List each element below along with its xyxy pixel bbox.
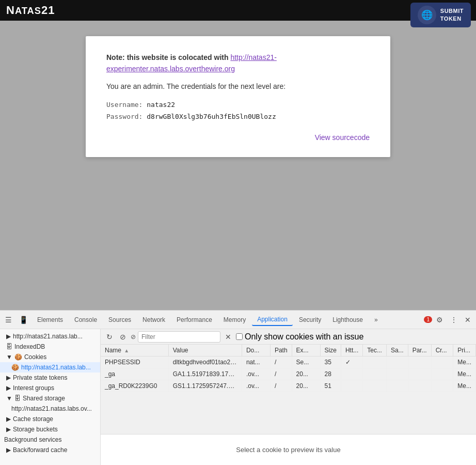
cell-cross — [431, 368, 453, 380]
cell-secure — [363, 357, 387, 368]
col-header-secure[interactable]: Tec... — [363, 345, 387, 357]
devtools-device-icon[interactable]: 📱 — [16, 314, 31, 326]
cell-partition — [408, 357, 431, 368]
credentials-block: Username: natas22 Password: d8rwGBl0Xslg… — [106, 99, 370, 123]
col-header-cross[interactable]: Cr... — [431, 345, 453, 357]
cell-samesite — [386, 357, 408, 368]
cell-value: GA1.1.51971839.1725957248 — [168, 368, 242, 380]
cell-secure — [363, 368, 387, 380]
cell-expires: 20... — [292, 380, 320, 392]
cookies-table: Name ▲ Value Do... Path Ex... Size Htt..… — [101, 345, 476, 392]
cell-cross — [431, 380, 453, 392]
devtools-inspect-icon[interactable]: ☰ — [2, 314, 15, 326]
sidebar-item-cookies-url[interactable]: 🍪 http://natas21.natas.lab... — [0, 362, 100, 373]
top-bar: NATAS21 🌐 Submit Token — [0, 0, 476, 21]
sidebar-section-background: Background services — [0, 435, 100, 445]
tab-network[interactable]: Network — [137, 314, 170, 326]
devtools-settings-icon[interactable]: ⚙ — [433, 314, 446, 326]
cookies-refresh-btn[interactable]: ↻ — [104, 332, 115, 342]
content-card: Note: this website is colocated with htt… — [86, 36, 390, 157]
cookies-toolbar: ↻ ⊘ ⊘ ✕ Only show cookies with an issue — [101, 329, 476, 345]
tab-performance[interactable]: Performance — [171, 314, 217, 326]
filter-input[interactable] — [138, 331, 220, 343]
admin-text: You are an admin. The credentials for th… — [106, 82, 370, 90]
cell-domain: nat... — [242, 357, 270, 368]
show-issue-label: Only show cookies with an issue — [245, 332, 363, 342]
sidebar-item-indexeddb[interactable]: 🗄 IndexedDB — [0, 342, 100, 352]
password-value: d8rwGBl0Xslg3b76uh3fEbSln0UBlozz — [147, 113, 276, 120]
sidebar-item-shared-storage[interactable]: ▼ 🗄 Shared storage — [0, 393, 100, 404]
cell-partition — [408, 368, 431, 380]
submit-token-button[interactable]: 🌐 Submit Token — [410, 3, 471, 27]
sidebar-private-icon: ▶ — [6, 374, 11, 381]
tab-elements[interactable]: Elements — [32, 314, 68, 326]
cell-size: 51 — [320, 380, 341, 392]
col-header-size[interactable]: Size — [320, 345, 341, 357]
sidebar-item-root[interactable]: ▶ http://natas21.natas.lab... — [0, 331, 100, 342]
username-label: Username: — [106, 101, 142, 109]
sidebar-item-interest-groups[interactable]: ▶ Interest groups — [0, 383, 100, 393]
cell-partition — [408, 380, 431, 392]
error-badge: 1 — [424, 316, 432, 323]
col-header-path[interactable]: Path — [270, 345, 292, 357]
cell-priority: Me... — [453, 380, 476, 392]
col-header-priority[interactable]: Pri... — [453, 345, 476, 357]
col-header-http[interactable]: Htt... — [341, 345, 362, 357]
cell-name: _ga_RD0K2239G0 — [101, 380, 168, 392]
sidebar-item-shared-url[interactable]: http://natas21.natas.labs.ov... — [0, 404, 100, 414]
sidebar-item-cookies[interactable]: ▼ 🍪 Cookies — [0, 352, 100, 362]
sidebar-item-backforward[interactable]: ▶ Back/forward cache — [0, 445, 100, 455]
cookie-preview: Select a cookie to preview its value — [101, 434, 476, 465]
globe-icon: 🌐 — [418, 6, 436, 24]
cookies-clear-btn[interactable]: ⊘ — [117, 332, 129, 342]
cell-size: 28 — [320, 368, 341, 380]
table-row[interactable]: _ga GA1.1.51971839.1725957248 .ov... / 2… — [101, 368, 476, 380]
filter-options-btn[interactable]: ✕ — [223, 332, 234, 342]
tab-console[interactable]: Console — [69, 314, 102, 326]
filter-icon: ⊘ — [131, 333, 136, 340]
sidebar-cookies-url-icon: 🍪 — [11, 364, 19, 371]
sidebar-item-private-state[interactable]: ▶ Private state tokens — [0, 373, 100, 383]
show-issue-checkbox[interactable] — [236, 333, 243, 340]
cell-expires: Se... — [292, 357, 320, 368]
cookies-table-body: PHPSESSID dltkbgdhveodf01tao2qb0dpjv nat… — [101, 357, 476, 392]
tab-security[interactable]: Security — [294, 314, 326, 326]
cookies-table-container: Name ▲ Value Do... Path Ex... Size Htt..… — [101, 345, 476, 434]
devtools-close-icon[interactable]: ✕ — [462, 314, 474, 326]
sidebar-cookies-icon: 🍪 — [14, 353, 22, 361]
cell-priority: Me... — [453, 368, 476, 380]
col-header-samesite[interactable]: Sa... — [386, 345, 408, 357]
devtools-panel: ☰ 📱 Elements Console Sources Network Per… — [0, 310, 476, 465]
sidebar-item-storage-buckets[interactable]: ▶ Storage buckets — [0, 424, 100, 435]
tab-application[interactable]: Application — [252, 314, 293, 326]
col-header-partition[interactable]: Par... — [408, 345, 431, 357]
table-row[interactable]: _ga_RD0K2239G0 GS1.1.1725957247.1.1.1725… — [101, 380, 476, 392]
cookies-table-header: Name ▲ Value Do... Path Ex... Size Htt..… — [101, 345, 476, 357]
devtools-more-options-icon[interactable]: ⋮ — [447, 314, 461, 326]
devtools-sidebar: ▶ http://natas21.natas.lab... 🗄 IndexedD… — [0, 329, 101, 465]
submit-btn-label: Submit Token — [440, 7, 464, 23]
tab-lighthouse[interactable]: Lighthouse — [327, 314, 368, 326]
cell-priority: Me... — [453, 357, 476, 368]
col-header-domain[interactable]: Do... — [242, 345, 270, 357]
col-header-expires[interactable]: Ex... — [292, 345, 320, 357]
sidebar-buckets-icon: ▶ — [6, 426, 11, 433]
cell-value: dltkbgdhveodf01tao2qb0dpjv — [168, 357, 242, 368]
sidebar-item-cache-storage[interactable]: ▶ Cache storage — [0, 414, 100, 424]
table-row[interactable]: PHPSESSID dltkbgdhveodf01tao2qb0dpjv nat… — [101, 357, 476, 368]
col-header-value[interactable]: Value — [168, 345, 242, 357]
col-header-name[interactable]: Name ▲ — [101, 345, 168, 357]
sidebar-interest-icon: ▶ — [6, 384, 11, 392]
tab-memory[interactable]: Memory — [218, 314, 251, 326]
tab-sources[interactable]: Sources — [103, 314, 136, 326]
view-source-link[interactable]: View sourcecode — [106, 133, 370, 142]
cell-path: / — [270, 380, 292, 392]
devtools-body: ▶ http://natas21.natas.lab... 🗄 IndexedD… — [0, 329, 476, 465]
cell-domain: .ov... — [242, 380, 270, 392]
cell-http: ✓ — [341, 357, 362, 368]
cell-size: 35 — [320, 357, 341, 368]
sidebar-root-icon: ▶ — [6, 333, 11, 340]
sidebar-backforward-icon: ▶ — [6, 446, 11, 454]
cell-name: PHPSESSID — [101, 357, 168, 368]
tab-more[interactable]: » — [369, 314, 383, 326]
